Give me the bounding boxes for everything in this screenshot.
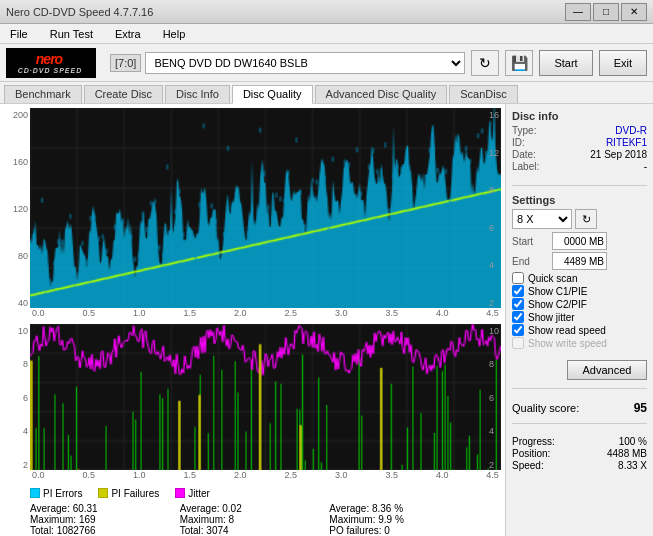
pi-failures-total-label: Total: xyxy=(180,525,204,536)
tab-advanced-disc-quality[interactable]: Advanced Disc Quality xyxy=(315,85,448,103)
show-c1pie-checkbox[interactable] xyxy=(512,285,524,297)
pi-failures-total-value: 3074 xyxy=(206,525,228,536)
tab-disc-info[interactable]: Disc Info xyxy=(165,85,230,103)
pi-failures-avg-value: 0.02 xyxy=(222,503,241,514)
show-c2pif-label: Show C2/PIF xyxy=(528,299,587,310)
jitter-label: Jitter xyxy=(188,488,210,499)
disc-type-value: DVD-R xyxy=(615,125,647,136)
pi-failures-label: PI Failures xyxy=(111,488,159,499)
separator-1 xyxy=(512,185,647,186)
disc-label-value: - xyxy=(644,161,647,172)
menu-run-test[interactable]: Run Test xyxy=(44,26,99,42)
pi-errors-stats: Average: 60.31 Maximum: 169 Total: 10827… xyxy=(30,503,176,536)
legend-pi-errors: PI Errors xyxy=(30,488,82,499)
nero-logo: nero CD·DVD SPEED xyxy=(6,48,96,78)
disc-id-row: ID: RITEKF1 xyxy=(512,137,647,148)
jitter-stats: Average: 8.36 % Maximum: 9.9 % PO failur… xyxy=(329,503,475,536)
position-value: 4488 MB xyxy=(607,448,647,459)
disc-date-label: Date: xyxy=(512,149,536,160)
drive-combo[interactable]: BENQ DVD DD DW1640 BSLB xyxy=(145,52,465,74)
speed-select[interactable]: 8 X xyxy=(512,209,572,229)
settings-section: Settings 8 X ↻ Start End Quick scan xyxy=(512,194,647,350)
show-write-speed-checkbox xyxy=(512,337,524,349)
disc-label-label: Label: xyxy=(512,161,539,172)
save-button[interactable]: 💾 xyxy=(505,50,533,76)
speed-setting-row: 8 X ↻ xyxy=(512,209,647,229)
jitter-avg-label: Average: xyxy=(329,503,369,514)
end-mb-row: End xyxy=(512,252,647,270)
pi-errors-total-value: 1082766 xyxy=(57,525,96,536)
disc-date-value: 21 Sep 2018 xyxy=(590,149,647,160)
speed-refresh-button[interactable]: ↻ xyxy=(575,209,597,229)
pi-errors-label: PI Errors xyxy=(43,488,82,499)
show-read-speed-row: Show read speed xyxy=(512,324,647,336)
quick-scan-checkbox[interactable] xyxy=(512,272,524,284)
legend: PI Errors PI Failures Jitter xyxy=(4,486,501,501)
end-mb-label: End xyxy=(512,256,548,267)
start-mb-input[interactable] xyxy=(552,232,607,250)
separator-3 xyxy=(512,423,647,424)
stats-section: Average: 60.31 Maximum: 169 Total: 10827… xyxy=(4,503,501,536)
disc-label-row: Label: - xyxy=(512,161,647,172)
pi-failures-avg-label: Average: xyxy=(180,503,220,514)
legend-jitter: Jitter xyxy=(175,488,210,499)
pi-errors-max-value: 169 xyxy=(79,514,96,525)
top-chart-x-axis: 0.0 0.5 1.0 1.5 2.0 2.5 3.0 3.5 4.0 4.5 xyxy=(30,308,501,320)
settings-title: Settings xyxy=(512,194,647,206)
bottom-chart-y-axis-right: 10 8 6 4 2 xyxy=(489,326,499,470)
pi-failures-stats: Average: 0.02 Maximum: 8 Total: 3074 xyxy=(180,503,326,536)
show-write-speed-label: Show write speed xyxy=(528,338,607,349)
jitter-max-label: Maximum: xyxy=(329,514,375,525)
pi-errors-avg-value: 60.31 xyxy=(73,503,98,514)
window-controls: — □ ✕ xyxy=(565,3,647,21)
tabs-bar: Benchmark Create Disc Disc Info Disc Qua… xyxy=(0,82,653,104)
disc-type-row: Type: DVD-R xyxy=(512,125,647,136)
main-content: 200 160 120 80 40 16 12 8 6 4 2 0.0 0. xyxy=(0,104,653,536)
close-button[interactable]: ✕ xyxy=(621,3,647,21)
maximize-button[interactable]: □ xyxy=(593,3,619,21)
po-failures-label: PO failures: xyxy=(329,525,381,536)
disc-id-value: RITEKF1 xyxy=(606,137,647,148)
menu-file[interactable]: File xyxy=(4,26,34,42)
start-button[interactable]: Start xyxy=(539,50,592,76)
top-chart-container: 16 12 8 6 4 2 0.0 0.5 1.0 1.5 2.0 2.5 3.… xyxy=(30,108,501,322)
tab-scandisc[interactable]: ScanDisc xyxy=(449,85,517,103)
tab-create-disc[interactable]: Create Disc xyxy=(84,85,163,103)
window-title: Nero CD-DVD Speed 4.7.7.16 xyxy=(6,6,153,18)
show-write-speed-row: Show write speed xyxy=(512,337,647,349)
speed-value: 8.33 X xyxy=(618,460,647,471)
speed-row: Speed: 8.33 X xyxy=(512,460,647,471)
jitter-avg-value: 8.36 % xyxy=(372,503,403,514)
pi-failures-max-value: 8 xyxy=(229,514,235,525)
exit-button[interactable]: Exit xyxy=(599,50,647,76)
disc-info-section: Disc info Type: DVD-R ID: RITEKF1 Date: … xyxy=(512,110,647,173)
show-jitter-checkbox[interactable] xyxy=(512,311,524,323)
refresh-button[interactable]: ↻ xyxy=(471,50,499,76)
minimize-button[interactable]: — xyxy=(565,3,591,21)
bottom-chart-x-axis: 0.0 0.5 1.0 1.5 2.0 2.5 3.0 3.5 4.0 4.5 xyxy=(30,470,501,482)
pi-errors-total-label: Total: xyxy=(30,525,54,536)
legend-pi-failures: PI Failures xyxy=(98,488,159,499)
bottom-chart-y-axis-left: 10 8 6 4 2 xyxy=(4,324,30,484)
menu-help[interactable]: Help xyxy=(157,26,192,42)
tab-benchmark[interactable]: Benchmark xyxy=(4,85,82,103)
show-c1pie-label: Show C1/PIE xyxy=(528,286,587,297)
jitter-max-value: 9.9 % xyxy=(378,514,404,525)
show-read-speed-label: Show read speed xyxy=(528,325,606,336)
pi-errors-color xyxy=(30,488,40,498)
position-label: Position: xyxy=(512,448,550,459)
tab-disc-quality[interactable]: Disc Quality xyxy=(232,85,313,104)
quality-score-value: 95 xyxy=(634,401,647,415)
show-read-speed-checkbox[interactable] xyxy=(512,324,524,336)
bottom-chart-container: 10 8 6 4 2 0.0 0.5 1.0 1.5 2.0 2.5 3.0 3… xyxy=(30,324,501,484)
disc-date-row: Date: 21 Sep 2018 xyxy=(512,149,647,160)
menu-extra[interactable]: Extra xyxy=(109,26,147,42)
quick-scan-row: Quick scan xyxy=(512,272,647,284)
end-mb-input[interactable] xyxy=(552,252,607,270)
advanced-button[interactable]: Advanced xyxy=(567,360,647,380)
pi-errors-avg-label: Average: xyxy=(30,503,70,514)
progress-section: Progress: 100 % Position: 4488 MB Speed:… xyxy=(512,436,647,472)
jitter-color xyxy=(175,488,185,498)
show-c2pif-checkbox[interactable] xyxy=(512,298,524,310)
quality-score-row: Quality score: 95 xyxy=(512,401,647,415)
